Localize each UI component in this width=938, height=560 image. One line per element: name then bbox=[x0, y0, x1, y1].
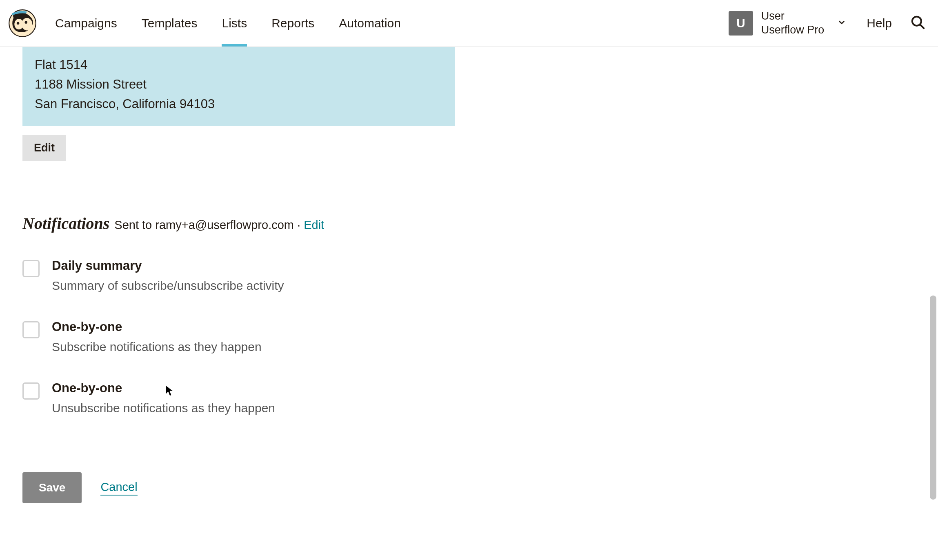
notifications-email: ramy+a@userflowpro.com bbox=[155, 218, 294, 231]
svg-point-2 bbox=[22, 18, 32, 31]
sent-to-prefix: Sent to bbox=[114, 218, 155, 231]
notifications-separator: · bbox=[294, 218, 304, 231]
address-box: Flat 1514 1188 Mission Street San Franci… bbox=[22, 47, 455, 126]
svg-point-4 bbox=[24, 21, 27, 24]
user-name: User bbox=[761, 9, 825, 23]
main-nav: Campaigns Templates Lists Reports Automa… bbox=[55, 0, 565, 47]
notifications-meta: Sent to ramy+a@userflowpro.com · Edit bbox=[114, 218, 324, 232]
nav-templates[interactable]: Templates bbox=[142, 0, 198, 47]
edit-address-button[interactable]: Edit bbox=[22, 135, 66, 161]
mailchimp-logo[interactable] bbox=[8, 9, 37, 38]
avatar: U bbox=[729, 11, 753, 36]
notification-option-subscribe: One-by-one Subscribe notifications as th… bbox=[22, 320, 916, 354]
notification-options: Daily summary Summary of subscribe/unsub… bbox=[22, 258, 916, 415]
option-desc: Subscribe notifications as they happen bbox=[52, 340, 262, 354]
search-icon[interactable] bbox=[910, 15, 926, 32]
notifications-heading-row: Notifications Sent to ramy+a@userflowpro… bbox=[22, 214, 916, 233]
address-line-3: San Francisco, California 94103 bbox=[35, 94, 443, 114]
form-actions: Save Cancel bbox=[22, 472, 916, 503]
nav-automation[interactable]: Automation bbox=[339, 0, 401, 47]
notifications-section: Notifications Sent to ramy+a@userflowpro… bbox=[22, 214, 916, 503]
chevron-down-icon bbox=[837, 18, 846, 29]
svg-line-6 bbox=[920, 24, 924, 29]
notification-option-daily-summary: Daily summary Summary of subscribe/unsub… bbox=[22, 258, 916, 293]
notification-option-unsubscribe: One-by-one Unsubscribe notifications as … bbox=[22, 381, 916, 415]
help-link[interactable]: Help bbox=[867, 16, 892, 30]
address-line-2: 1188 Mission Street bbox=[35, 75, 443, 94]
notifications-edit-link[interactable]: Edit bbox=[304, 218, 324, 231]
cancel-link[interactable]: Cancel bbox=[100, 480, 137, 496]
page-content: Flat 1514 1188 Mission Street San Franci… bbox=[0, 47, 938, 528]
option-title: One-by-one bbox=[52, 381, 275, 396]
user-menu[interactable]: U User Userflow Pro bbox=[729, 9, 847, 37]
option-desc: Unsubscribe notifications as they happen bbox=[52, 401, 275, 415]
checkbox-subscribe-one-by-one[interactable] bbox=[22, 321, 40, 338]
user-org: Userflow Pro bbox=[761, 23, 825, 37]
nav-lists[interactable]: Lists bbox=[222, 0, 247, 47]
checkbox-unsubscribe-one-by-one[interactable] bbox=[22, 382, 40, 400]
top-nav-bar: Campaigns Templates Lists Reports Automa… bbox=[0, 0, 938, 47]
option-title: One-by-one bbox=[52, 320, 262, 334]
nav-campaigns[interactable]: Campaigns bbox=[55, 0, 117, 47]
user-text: User Userflow Pro bbox=[761, 9, 825, 37]
scrollbar-thumb[interactable] bbox=[930, 296, 936, 500]
option-desc: Summary of subscribe/unsubscribe activit… bbox=[52, 279, 284, 293]
option-title: Daily summary bbox=[52, 258, 284, 273]
nav-reports[interactable]: Reports bbox=[271, 0, 314, 47]
checkbox-daily-summary[interactable] bbox=[22, 260, 40, 277]
notifications-heading: Notifications bbox=[22, 214, 109, 233]
address-line-1: Flat 1514 bbox=[35, 55, 443, 75]
save-button[interactable]: Save bbox=[22, 472, 82, 503]
svg-point-3 bbox=[17, 22, 20, 25]
